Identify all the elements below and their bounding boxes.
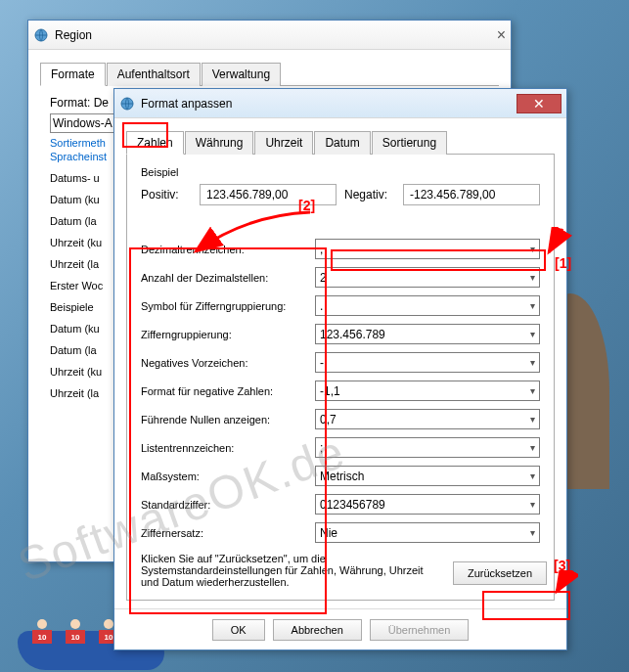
negative-value: -123.456.789,00 (403, 184, 540, 205)
label-leading-zero: Führende Nullen anzeigen: (141, 414, 315, 426)
apply-button: Übernehmen (370, 619, 470, 641)
select-std-digits[interactable]: 0123456789 (315, 494, 540, 515)
positive-label: Positiv: (141, 188, 192, 202)
titlebar[interactable]: Region × (28, 21, 511, 50)
globe-icon (33, 27, 49, 43)
cancel-button[interactable]: Abbrechen (273, 619, 362, 641)
tab-uhrzeit[interactable]: Uhrzeit (254, 131, 313, 155)
select-decimal-sep[interactable]: , (315, 239, 540, 259)
select-grouping[interactable]: 123.456.789 (315, 324, 540, 344)
row-std-digits: Standardziffer: 0123456789 (141, 494, 540, 515)
tab-waehrung[interactable]: Währung (185, 131, 254, 155)
label-group-symbol: Symbol für Zifferngruppierung: (141, 300, 315, 312)
help-text: Klicken Sie auf "Zurücksetzen", um die S… (141, 553, 434, 588)
select-decimal-digits[interactable]: 2 (315, 267, 540, 288)
row-leading-zero: Führende Nullen anzeigen: 0,7 (141, 409, 540, 429)
row-measurement: Maßsystem: Metrisch (141, 466, 540, 486)
row-digit-sub: Ziffernersatz: Nie (141, 522, 540, 543)
region-title: Region (55, 28, 497, 42)
decorative-people: 10 10 10 (31, 619, 119, 654)
dialog-buttons: OK Abbrechen Übernehmen (114, 608, 566, 650)
globe-icon (119, 96, 135, 112)
select-neg-format[interactable]: -1,1 (315, 381, 540, 401)
label-decimal-sep: Dezimaltrennzeichen: (141, 244, 315, 255)
select-list-sep[interactable]: ; (315, 437, 540, 458)
positive-value: 123.456.789,00 (200, 184, 337, 205)
row-list-sep: Listentrennzeichen: ; (141, 437, 540, 458)
tab-zahlen[interactable]: Zahlen (126, 131, 184, 155)
zahlen-panel: Beispiel Positiv: 123.456.789,00 Negativ… (126, 155, 555, 601)
tab-datum[interactable]: Datum (314, 131, 370, 155)
format-window: Format anpassen ✕ Zahlen Währung Uhrzeit… (113, 88, 567, 650)
format-select[interactable]: Windows-A (50, 113, 123, 133)
row-grouping: Zifferngruppierung: 123.456.789 (141, 324, 540, 344)
tab-formate[interactable]: Formate (40, 63, 106, 86)
tab-sortierung[interactable]: Sortierung (372, 131, 447, 155)
ok-button[interactable]: OK (212, 619, 265, 641)
example-row: Positiv: 123.456.789,00 Negativ: -123.45… (141, 184, 540, 205)
tab-verwaltung[interactable]: Verwaltung (202, 63, 281, 86)
close-icon[interactable]: × (497, 26, 506, 44)
example-section-label: Beispiel (141, 166, 540, 178)
reset-button[interactable]: Zurücksetzen (453, 561, 547, 585)
region-tabstrip: Formate Aufenthaltsort Verwaltung (40, 62, 499, 86)
titlebar[interactable]: Format anpassen ✕ (114, 89, 566, 118)
row-decimal-sep: Dezimaltrennzeichen: , (141, 239, 540, 259)
label-neg-format: Format für negative Zahlen: (141, 385, 315, 397)
row-neg-format: Format für negative Zahlen: -1,1 (141, 381, 540, 401)
row-neg-sign: Negatives Vorzeichen: - (141, 352, 540, 373)
row-decimal-digits: Anzahl der Dezimalstellen: 2 (141, 267, 540, 288)
label-digit-sub: Ziffernersatz: (141, 527, 315, 539)
format-title: Format anpassen (141, 97, 517, 111)
label-neg-sign: Negatives Vorzeichen: (141, 357, 315, 369)
label-std-digits: Standardziffer: (141, 499, 315, 511)
select-measurement[interactable]: Metrisch (315, 466, 540, 486)
close-icon[interactable]: ✕ (517, 94, 562, 113)
tab-aufenthaltsort[interactable]: Aufenthaltsort (107, 63, 201, 86)
select-leading-zero[interactable]: 0,7 (315, 409, 540, 429)
label-measurement: Maßsystem: (141, 470, 315, 482)
label-list-sep: Listentrennzeichen: (141, 442, 315, 454)
label-grouping: Zifferngruppierung: (141, 329, 315, 340)
format-content: Zahlen Währung Uhrzeit Datum Sortierung … (114, 118, 566, 608)
select-digit-sub[interactable]: Nie (315, 522, 540, 543)
format-tabstrip: Zahlen Währung Uhrzeit Datum Sortierung (126, 130, 555, 155)
label-decimal-digits: Anzahl der Dezimalstellen: (141, 272, 315, 284)
negative-label: Negativ: (344, 188, 395, 202)
select-group-symbol[interactable]: . (315, 295, 540, 316)
select-neg-sign[interactable]: - (315, 352, 540, 373)
row-group-symbol: Symbol für Zifferngruppierung: . (141, 295, 540, 316)
